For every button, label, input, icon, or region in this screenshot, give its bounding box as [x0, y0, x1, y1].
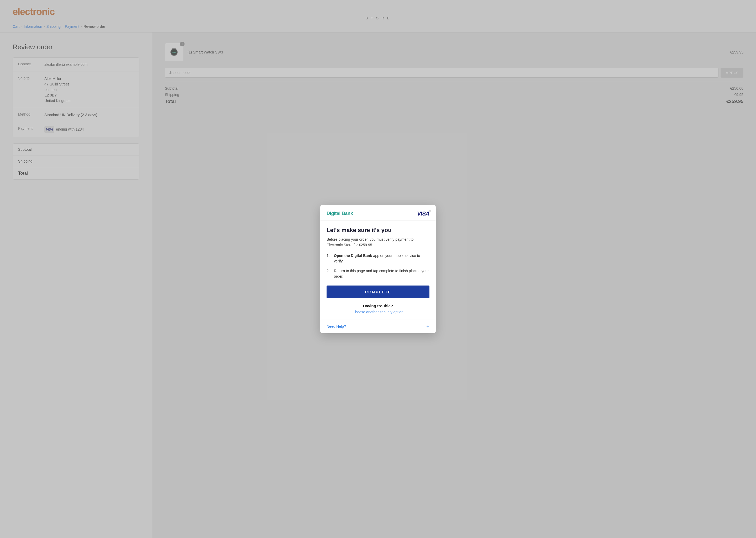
modal-step-2: 2. Return to this page and tap complete …: [327, 268, 429, 279]
modal: Digital Bank VISA × Let's make sure it's…: [320, 205, 436, 333]
modal-header: Digital Bank VISA ×: [320, 205, 436, 221]
step-2-num: 2.: [327, 268, 332, 279]
plus-icon[interactable]: +: [426, 324, 429, 330]
modal-bank-name: Digital Bank: [327, 211, 353, 216]
modal-footer: Need Help? +: [320, 320, 436, 333]
modal-overlay: Digital Bank VISA × Let's make sure it's…: [0, 0, 756, 538]
modal-description: Before placing your order, you must veri…: [327, 237, 429, 248]
step-1-text: Open the Digital Bank app on your mobile…: [334, 253, 429, 264]
need-help-link[interactable]: Need Help?: [327, 324, 346, 329]
step-2-text: Return to this page and tap complete to …: [334, 268, 429, 279]
modal-title: Let's make sure it's you: [327, 227, 429, 234]
modal-steps: 1. Open the Digital Bank app on your mob…: [327, 253, 429, 279]
modal-body: Let's make sure it's you Before placing …: [320, 221, 436, 320]
page-wrapper: electronic S T O R E Cart › Information …: [0, 0, 756, 538]
step-1-num: 1.: [327, 253, 332, 264]
modal-visa-logo: VISA: [417, 210, 429, 217]
modal-step-1: 1. Open the Digital Bank app on your mob…: [327, 253, 429, 264]
trouble-section: Having trouble? Choose another security …: [327, 303, 429, 314]
complete-button[interactable]: COMPLETE: [327, 286, 429, 298]
trouble-link[interactable]: Choose another security option: [352, 310, 404, 314]
trouble-title: Having trouble?: [327, 303, 429, 308]
modal-close-button[interactable]: ×: [428, 209, 432, 214]
